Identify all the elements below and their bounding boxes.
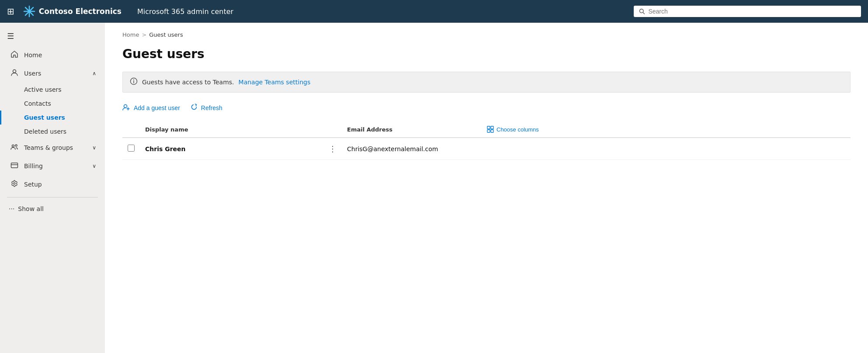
breadcrumb: Home > Guest users [122,31,851,38]
sidebar-sub-guest-users[interactable]: Guest users [0,111,105,125]
sidebar-item-setup-label: Setup [24,181,42,188]
layout: ☰ Home Users ∧ Active users [0,23,868,353]
col-header-more [323,121,342,138]
manage-teams-link[interactable]: Manage Teams settings [239,79,311,86]
home-icon [10,50,19,60]
more-options-icon[interactable]: ⋮ [329,144,337,153]
main-content: Home > Guest users Guest users Guests ha… [105,23,868,353]
sidebar-item-teams-label: Teams & groups [24,144,73,151]
svg-point-0 [28,10,31,13]
svg-point-5 [15,145,17,146]
add-guest-icon [122,103,130,113]
billing-chevron-down-icon: ∨ [92,163,96,169]
svg-rect-15 [487,126,490,129]
deleted-users-label: Deleted users [24,128,66,135]
col-header-checkbox [122,121,140,138]
app-name: Microsoft 365 admin center [137,7,233,16]
sidebar-item-setup[interactable]: Setup [0,175,105,194]
sidebar: ☰ Home Users ∧ Active users [0,23,105,353]
sidebar-divider [7,197,98,197]
sidebar-sub-deleted-users[interactable]: Deleted users [0,125,105,138]
row-checkbox[interactable] [128,145,135,152]
search-input[interactable] [648,8,856,15]
billing-icon [10,161,19,171]
users-chevron-up-icon: ∧ [92,70,96,76]
org-name: Contoso Electronics [39,7,122,16]
search-icon [639,8,645,14]
add-guest-user-button[interactable]: Add a guest user [122,103,180,113]
teams-chevron-down-icon: ∨ [92,145,96,151]
svg-line-2 [643,12,644,14]
add-guest-label: Add a guest user [134,104,180,111]
active-users-label: Active users [24,86,62,93]
svg-point-4 [12,145,14,147]
toolbar: Add a guest user Refresh [122,103,851,113]
grid-icon[interactable]: ⊞ [7,6,14,17]
top-nav: ⊞ Contoso Electronics Microsoft 365 admi… [0,0,868,23]
sidebar-sub-contacts[interactable]: Contacts [0,97,105,111]
hamburger-menu[interactable]: ☰ [0,26,105,46]
svg-point-12 [124,105,127,108]
sidebar-item-home-label: Home [24,52,42,59]
info-icon [130,77,138,87]
svg-point-3 [13,70,16,73]
sidebar-item-billing[interactable]: Billing ∨ [0,157,105,175]
sidebar-item-users-label: Users [24,70,41,77]
table-header-row: Display name Email Address Choose column… [122,121,851,138]
users-icon [10,69,19,78]
row-more-cell[interactable]: ⋮ [323,138,342,160]
guest-users-label: Guest users [24,114,65,121]
svg-rect-17 [487,130,490,132]
svg-point-8 [14,183,15,184]
row-checkbox-cell[interactable] [122,138,140,160]
col-header-display-name[interactable]: Display name [140,121,323,138]
org-logo-icon [23,5,35,17]
row-display-name: Chris Green [140,138,323,160]
org-logo-area: Contoso Electronics [23,5,122,17]
guest-users-table: Display name Email Address Choose column… [122,121,851,160]
teams-icon [10,143,19,152]
breadcrumb-home-link[interactable]: Home [122,31,139,38]
page-title: Guest users [122,47,851,61]
table-row: Chris Green ⋮ ChrisG@anexternalemail.com [122,138,851,160]
display-name-value[interactable]: Chris Green [145,145,186,152]
svg-point-11 [133,80,134,80]
show-all-label: Show all [18,205,44,212]
info-banner-text: Guests have access to Teams. [142,79,234,86]
breadcrumb-current: Guest users [149,31,183,38]
refresh-button[interactable]: Refresh [191,104,222,112]
choose-columns-button[interactable]: Choose columns [487,126,539,133]
row-email: ChrisG@anexternalemail.com [342,138,482,160]
col-header-email[interactable]: Email Address [342,121,482,138]
info-banner: Guests have access to Teams. Manage Team… [122,72,851,93]
svg-rect-18 [491,130,493,132]
choose-columns-icon [487,126,494,133]
sidebar-item-billing-label: Billing [24,163,43,170]
svg-rect-16 [491,126,493,129]
sidebar-sub-active-users[interactable]: Active users [0,83,105,97]
choose-columns-label: Choose columns [496,126,539,133]
contacts-label: Contacts [24,100,51,107]
row-actions [482,138,851,160]
refresh-icon [191,104,198,112]
sidebar-item-users[interactable]: Users ∧ [0,64,105,83]
sidebar-show-all[interactable]: ··· Show all [0,201,105,217]
svg-rect-6 [11,163,18,168]
sidebar-item-teams-groups[interactable]: Teams & groups ∨ [0,138,105,157]
col-header-actions: Choose columns [482,121,851,138]
search-box[interactable] [634,6,861,17]
breadcrumb-separator: > [142,31,146,38]
refresh-label: Refresh [201,104,222,111]
ellipsis-icon: ··· [9,205,14,212]
setup-icon [10,180,19,189]
sidebar-item-home[interactable]: Home [0,46,105,64]
